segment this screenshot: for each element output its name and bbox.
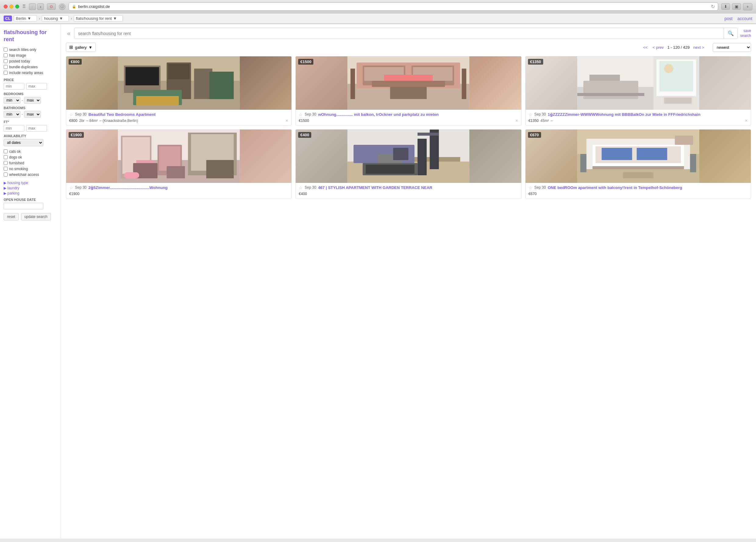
- listing-image-wrap: €1900: [66, 130, 291, 183]
- listing-price: €1500: [299, 119, 309, 123]
- furnished-checkbox[interactable]: [4, 161, 8, 165]
- svg-rect-8: [136, 96, 179, 105]
- basic-filters: search titles only has image posted toda…: [4, 48, 57, 75]
- reset-button[interactable]: reset: [4, 213, 19, 220]
- download-button[interactable]: ⬇: [721, 3, 730, 10]
- wheelchair-filter: wheelchair access: [4, 173, 57, 177]
- laundry-expand[interactable]: ▶ laundry: [4, 186, 57, 190]
- parking-label: parking: [7, 191, 19, 195]
- first-page-button[interactable]: <<: [642, 45, 649, 50]
- bedrooms-row: min123 - max123: [4, 97, 57, 104]
- plus-button[interactable]: ＋: [743, 3, 752, 10]
- ft2-max-input[interactable]: [26, 125, 47, 132]
- collapse-sidebar-button[interactable]: «: [66, 30, 72, 37]
- breadcrumb-separator-1: ›: [39, 16, 40, 21]
- favorite-icon[interactable]: ☆: [299, 112, 303, 117]
- include-nearby-checkbox[interactable]: [4, 71, 8, 75]
- listing-date: Sep 30: [305, 185, 316, 190]
- svg-rect-67: [690, 154, 696, 172]
- account-link[interactable]: account: [737, 16, 752, 21]
- favorite-icon[interactable]: ☆: [529, 112, 533, 117]
- post-link[interactable]: post: [724, 16, 732, 21]
- update-search-button[interactable]: update search: [21, 213, 51, 220]
- listing-card[interactable]: €1500 ☆ Sep 30 wOhnung............... mi…: [295, 56, 521, 126]
- listing-card[interactable]: €400 ☆ Sep 30 467 | STYLISH APARTMENT WI…: [295, 129, 521, 199]
- favorite-icon[interactable]: ☆: [529, 185, 533, 190]
- listing-image: [526, 56, 751, 110]
- favorite-icon[interactable]: ☆: [69, 112, 73, 117]
- listing-card[interactable]: €670 ☆ Sep 30 ONE bedROOm apartment with…: [525, 129, 751, 199]
- minimize-window-btn[interactable]: [9, 5, 13, 9]
- listing-body: ☆ Sep 30 wOhnung............... mit balk…: [296, 110, 521, 125]
- listing-title: ONE bedROOm apartment with balcony!!rent…: [548, 185, 682, 191]
- bathrooms-min-select[interactable]: min12: [4, 111, 20, 118]
- svg-rect-66: [580, 154, 586, 172]
- posted-today-checkbox[interactable]: [4, 59, 8, 63]
- bedrooms-min-select[interactable]: min123: [4, 97, 20, 104]
- price-max-input[interactable]: [26, 83, 47, 90]
- svg-rect-43: [167, 166, 185, 178]
- reload-button[interactable]: ↻: [711, 4, 715, 9]
- dogs-ok-checkbox[interactable]: [4, 155, 8, 159]
- browser-chrome: ⠿ ‹ › ⊙ ⓘ 🔒 berlin.craigslist.de ↻ ⬇ ▣ ＋…: [0, 0, 756, 24]
- sort-select[interactable]: newest oldest lowest price highest price: [713, 43, 751, 52]
- remove-listing-button[interactable]: ✕: [515, 119, 518, 123]
- availability-select[interactable]: all dates: [4, 139, 43, 146]
- search-input[interactable]: [74, 29, 724, 38]
- listing-size: – 84m²: [86, 119, 98, 123]
- laundry-label: laundry: [7, 186, 19, 190]
- close-window-btn[interactable]: [4, 5, 8, 9]
- page-selector[interactable]: flats/housing for rent ▼: [74, 15, 123, 22]
- favorite-icon[interactable]: ☆: [69, 185, 73, 190]
- search-submit-button[interactable]: 🔍: [724, 28, 737, 39]
- open-house-date-input[interactable]: [4, 203, 43, 209]
- wheelchair-checkbox[interactable]: [4, 173, 8, 177]
- split-view-button[interactable]: ▣: [732, 3, 741, 10]
- pocket-button[interactable]: ⊙: [47, 3, 56, 10]
- forward-button[interactable]: ›: [37, 3, 44, 10]
- listing-card[interactable]: €1350 ☆ Sep 30 1g̈ZZZZZZimmer-WWWWWohnun…: [525, 56, 751, 126]
- ft2-min-input[interactable]: [4, 125, 24, 132]
- content-area: « 🔍 save search ⊞ gallery ▼ << < prev 1 …: [61, 24, 756, 539]
- gallery-view-button[interactable]: ⊞ gallery ▼: [66, 43, 96, 52]
- save-search-link[interactable]: save search: [740, 29, 751, 38]
- cats-ok-filter: cats ok: [4, 149, 57, 154]
- remove-listing-button[interactable]: ✕: [745, 119, 748, 123]
- cl-logo[interactable]: CL: [4, 16, 12, 21]
- remove-listing-button[interactable]: ✕: [285, 119, 288, 123]
- section-selector[interactable]: housing ▼: [42, 15, 69, 22]
- svg-rect-26: [659, 61, 693, 91]
- favorite-icon[interactable]: ☆: [299, 185, 303, 190]
- next-page-button[interactable]: next >: [692, 45, 705, 50]
- url-bar[interactable]: 🔒 berlin.craigslist.de ↻: [69, 2, 718, 11]
- page-label: flats/housing for rent: [76, 16, 112, 21]
- price-min-input[interactable]: [4, 83, 24, 90]
- svg-rect-56: [393, 148, 408, 160]
- housing-type-expand[interactable]: ▶ housing type: [4, 181, 57, 185]
- listing-card[interactable]: €1900 ☆ Sep 30 2g̃5Zimmer...............…: [66, 129, 292, 199]
- prev-page-button[interactable]: < prev: [651, 45, 665, 50]
- city-selector[interactable]: Berlin ▼: [14, 15, 37, 22]
- back-button[interactable]: ‹: [29, 3, 36, 10]
- price-badge: €800: [69, 59, 82, 65]
- maximize-window-btn[interactable]: [15, 5, 19, 9]
- no-smoking-checkbox[interactable]: [4, 167, 8, 171]
- svg-rect-19: [390, 87, 427, 99]
- search-label: search: [740, 34, 751, 38]
- has-image-checkbox[interactable]: [4, 53, 8, 57]
- listing-body: ☆ Sep 30 Beautiful Two Bedrooms Apartmen…: [66, 110, 291, 125]
- listing-card[interactable]: €800 ☆ Sep 30 Beautiful Two Bedrooms Apa…: [66, 56, 292, 126]
- listings-grid: €800 ☆ Sep 30 Beautiful Two Bedrooms Apa…: [66, 56, 751, 199]
- cats-ok-checkbox[interactable]: [4, 149, 8, 153]
- price-badge: €400: [298, 132, 311, 138]
- bathrooms-max-select[interactable]: max12: [24, 111, 41, 118]
- listing-title: 467 | STYLISH APARTMENT WITH GARDEN TERR…: [318, 185, 432, 191]
- bundle-duplicates-checkbox[interactable]: [4, 65, 8, 69]
- parking-expand[interactable]: ▶ parking: [4, 191, 57, 195]
- search-titles-only-checkbox[interactable]: [4, 48, 8, 52]
- info-button[interactable]: ⓘ: [59, 3, 66, 10]
- gallery-icon: ⊞: [69, 45, 73, 50]
- listing-location: – (Knaackstraße,Berlin): [99, 119, 138, 123]
- bedrooms-max-select[interactable]: max123: [24, 97, 41, 104]
- grid-icon[interactable]: ⠿: [22, 4, 26, 9]
